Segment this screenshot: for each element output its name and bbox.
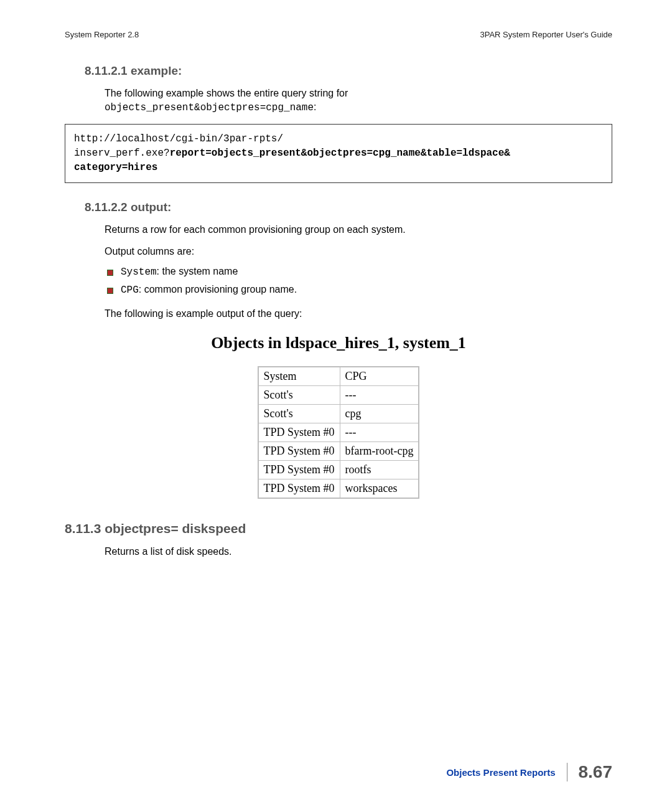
code-line-3: category=hires — [74, 162, 157, 173]
example-colon: : — [314, 101, 316, 112]
table-cell: --- — [340, 423, 419, 441]
code-line-1: http://localhost/cgi-bin/3par-rpts/ — [74, 133, 283, 144]
code-line-2b: report=objects_present&objectpres=cpg_na… — [170, 148, 510, 159]
table-cell: rootfs — [340, 460, 419, 479]
list-item: CPG: common provisioning group name. — [105, 284, 612, 296]
list-item: System: the system name — [105, 266, 612, 278]
table-cell: TPD System #0 — [258, 479, 340, 498]
table-cell: workspaces — [340, 479, 419, 498]
output-paragraph-3: The following is example output of the q… — [105, 307, 612, 321]
heading-diskspeed: 8.11.3 objectpres= diskspeed — [65, 521, 612, 536]
page-footer: Objects Present Reports 8.67 — [446, 762, 612, 782]
output-paragraph-1: Returns a row for each common provisioni… — [105, 223, 612, 237]
footer-separator — [567, 763, 567, 781]
table-cell: TPD System #0 — [258, 423, 340, 441]
table-row: Scott's cpg — [258, 404, 419, 423]
example-intro: The following example shows the entire q… — [105, 87, 612, 115]
output-table-title: Objects in ldspace_hires_1, system_1 — [65, 334, 612, 352]
bullet-code: System — [121, 267, 157, 278]
output-paragraph-2: Output columns are: — [105, 245, 612, 258]
table-cell: Scott's — [258, 404, 340, 423]
table-cell: bfarm-root-cpg — [340, 441, 419, 460]
table-cell: --- — [340, 385, 419, 404]
heading-output: 8.11.2.2 output: — [85, 201, 612, 214]
table-row: Scott's --- — [258, 385, 419, 404]
page-header: System Reporter 2.8 3PAR System Reporter… — [65, 30, 612, 39]
table-cell: TPD System #0 — [258, 460, 340, 479]
heading-example: 8.11.2.1 example: — [85, 64, 612, 78]
footer-page-number: 8.67 — [579, 762, 613, 782]
example-query-string: objects_present&objectpres=cpg_name — [105, 102, 314, 113]
table-row: TPD System #0 --- — [258, 423, 419, 441]
bullet-code: CPG — [121, 285, 139, 296]
code-block: http://localhost/cgi-bin/3par-rpts/ inse… — [65, 124, 612, 184]
table-header-system: System — [258, 367, 340, 386]
example-intro-text: The following example shows the entire q… — [105, 88, 348, 98]
bullet-text: : the system name — [157, 266, 238, 276]
diskspeed-paragraph: Returns a list of disk speeds. — [105, 545, 612, 559]
table-header-row: System CPG — [258, 367, 419, 386]
table-row: TPD System #0 workspaces — [258, 479, 419, 498]
header-left: System Reporter 2.8 — [65, 30, 139, 39]
table-row: TPD System #0 rootfs — [258, 460, 419, 479]
table-cell: TPD System #0 — [258, 441, 340, 460]
table-cell: Scott's — [258, 385, 340, 404]
table-row: TPD System #0 bfarm-root-cpg — [258, 441, 419, 460]
page: System Reporter 2.8 3PAR System Reporter… — [0, 0, 672, 807]
output-table: System CPG Scott's --- Scott's cpg TPD S… — [258, 366, 420, 499]
table-header-cpg: CPG — [340, 367, 419, 386]
header-right: 3PAR System Reporter User's Guide — [480, 30, 612, 39]
footer-section-name: Objects Present Reports — [446, 767, 555, 778]
code-line-2a: inserv_perf.exe? — [74, 148, 170, 159]
bullet-text: : common provisioning group name. — [139, 284, 297, 295]
bullet-list: System: the system name CPG: common prov… — [105, 266, 612, 296]
table-cell: cpg — [340, 404, 419, 423]
